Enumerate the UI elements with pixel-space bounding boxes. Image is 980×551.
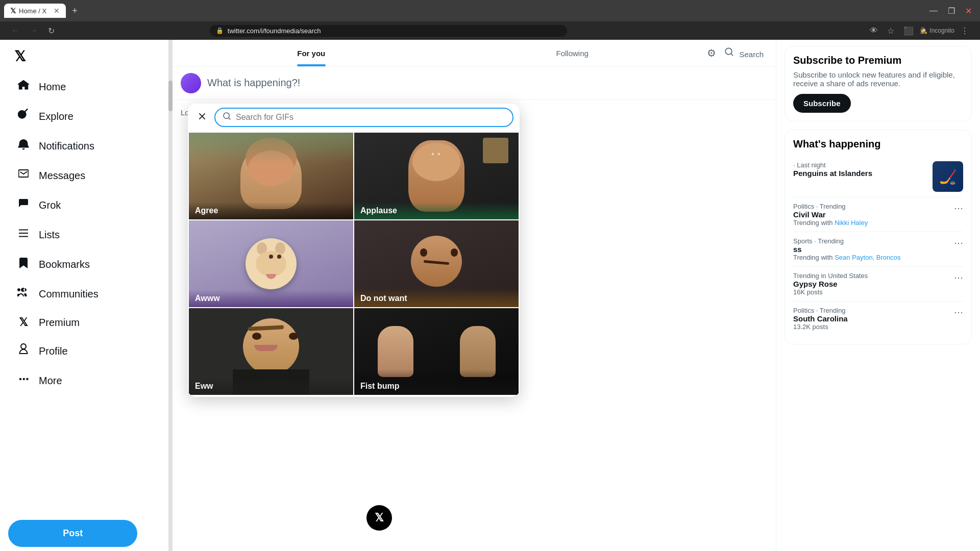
gif-label-agree: Agree: [189, 202, 353, 219]
browser-chrome: 𝕏 Home / X ✕ + — ❐ ✕: [0, 0, 980, 21]
tab-close-button[interactable]: ✕: [54, 7, 60, 15]
gif-item-applause[interactable]: ▲▲ Applause: [354, 133, 519, 219]
sidebar-item-messages[interactable]: Messages: [8, 162, 160, 189]
gif-item-agree[interactable]: Agree: [189, 133, 353, 219]
trend-content-civil-war: Politics · Trending Civil War Trending w…: [793, 203, 954, 227]
address-text: twitter.com/i/foundmedia/search: [228, 27, 561, 35]
sidebar-item-more[interactable]: More: [8, 367, 160, 394]
bookmarks-icon: [16, 257, 31, 272]
gif-item-awww[interactable]: Awww: [189, 220, 353, 307]
sidebar-item-notifications[interactable]: Notifications: [8, 132, 160, 160]
refresh-button[interactable]: ↻: [45, 25, 58, 37]
sidebar-item-label-grok: Grok: [39, 199, 61, 211]
premium-desc: Subscribe to unlock new features and if …: [793, 70, 963, 88]
trend-name-gypsy: Gypsy Rose: [793, 280, 954, 288]
app-area: 𝕏 Home Explore Notifications Messages: [0, 40, 980, 551]
menu-icon[interactable]: ⋮: [958, 25, 972, 37]
sidebar-item-label-messages: Messages: [39, 170, 85, 182]
window-controls: — ❐ ✕: [925, 4, 976, 18]
premium-box: Subscribe to Premium Subscribe to unlock…: [785, 46, 972, 121]
gif-search-icon: [223, 112, 232, 123]
trend-more-broncos[interactable]: ⋯: [954, 237, 963, 248]
lists-icon: [16, 227, 31, 242]
sidebar-item-grok[interactable]: Grok: [8, 191, 160, 219]
sidebar-logo[interactable]: 𝕏: [8, 44, 160, 69]
gif-empty-2: [354, 396, 519, 397]
maximize-button[interactable]: ❐: [944, 4, 959, 18]
premium-icon: 𝕏: [16, 316, 31, 329]
gif-label-fist-bump: Fist bump: [354, 378, 519, 395]
sidebar-item-label-notifications: Notifications: [39, 140, 94, 152]
sidebar-item-label-explore: Explore: [39, 111, 74, 122]
trend-item-broncos[interactable]: Sports · Trending ss Trending with Sean …: [793, 232, 963, 267]
browser-tab[interactable]: 𝕏 Home / X ✕: [4, 4, 66, 18]
lock-icon: 🔒: [216, 27, 224, 34]
trend-item-south-carolina[interactable]: Politics · Trending South Carolina 13.2K…: [793, 302, 963, 336]
sidebar-item-label-premium: Premium: [39, 317, 80, 329]
post-button[interactable]: Post: [8, 520, 137, 547]
gif-picker: Agree ▲▲ App: [188, 104, 520, 397]
modal-overlay: Agree ▲▲ App: [173, 40, 776, 551]
trend-image-penguins: 🏒: [933, 161, 963, 192]
premium-title: Subscribe to Premium: [793, 55, 963, 66]
eye-off-icon[interactable]: 👁: [867, 25, 881, 36]
minimize-button[interactable]: —: [925, 4, 942, 18]
sidebar-item-label-more: More: [39, 375, 62, 387]
sidebar-item-explore[interactable]: Explore: [8, 103, 160, 130]
address-input-wrap[interactable]: 🔒 twitter.com/i/foundmedia/search: [210, 25, 567, 37]
communities-icon: [16, 286, 31, 302]
grok-icon: [16, 197, 31, 213]
trend-sport-icon: 🏒: [939, 168, 957, 185]
gif-search-bar: [188, 104, 520, 132]
trend-meta-civil-war: Politics · Trending: [793, 203, 954, 210]
trend-content-broncos: Sports · Trending ss Trending with Sean …: [793, 237, 954, 261]
trend-posts-gypsy: 16K posts: [793, 288, 954, 296]
broncos-link[interactable]: Sean Payton, Broncos: [835, 254, 900, 261]
close-button[interactable]: ✕: [961, 4, 976, 18]
explore-icon: [16, 109, 31, 124]
trend-name-broncos: ss: [793, 245, 954, 254]
gif-item-fist-bump[interactable]: Fist bump: [354, 308, 519, 395]
trend-item-gypsy-rose[interactable]: Trending in United States Gypsy Rose 16K…: [793, 267, 963, 302]
subscribe-button[interactable]: Subscribe: [793, 94, 851, 113]
trend-meta-sc: Politics · Trending: [793, 307, 954, 314]
sidebar-item-communities[interactable]: Communities: [8, 280, 160, 308]
sidebar: 𝕏 Home Explore Notifications Messages: [0, 40, 168, 551]
gif-item-eww[interactable]: Eww: [189, 308, 353, 395]
gif-search-input[interactable]: [236, 113, 505, 122]
happening-title: What's happening: [793, 138, 963, 150]
trend-meta-penguins: · Last night: [793, 161, 872, 169]
bookmark-star-icon[interactable]: ☆: [884, 25, 897, 37]
trend-suffix-civil-war: Trending with Nikki Haley: [793, 219, 954, 227]
x-logo: 𝕏: [14, 48, 26, 64]
forward-button[interactable]: →: [27, 25, 41, 36]
gif-label-applause: Applause: [354, 202, 519, 219]
trend-content-gypsy: Trending in United States Gypsy Rose 16K…: [793, 272, 954, 296]
trend-more-civil-war[interactable]: ⋯: [954, 203, 963, 214]
sidebar-item-lists[interactable]: Lists: [8, 221, 160, 248]
sidebar-item-premium[interactable]: 𝕏 Premium: [8, 310, 160, 335]
incognito-button[interactable]: 🕵 Incognito: [920, 27, 954, 34]
gif-close-button[interactable]: [194, 108, 210, 127]
back-button[interactable]: ←: [8, 25, 22, 36]
trend-more-sc[interactable]: ⋯: [954, 307, 963, 318]
nikki-haley-link[interactable]: Nikki Haley: [835, 219, 868, 227]
scrollbar-thumb[interactable]: [168, 81, 173, 111]
gif-search-input-wrap[interactable]: [214, 108, 513, 127]
trend-content-sc: Politics · Trending South Carolina 13.2K…: [793, 307, 954, 331]
sidebar-item-label-profile: Profile: [39, 345, 68, 357]
new-tab-button[interactable]: +: [68, 4, 82, 18]
trend-item-civil-war[interactable]: Politics · Trending Civil War Trending w…: [793, 197, 963, 232]
gif-grid: Agree ▲▲ App: [188, 132, 520, 397]
side-panel-icon[interactable]: ⬛: [900, 25, 917, 37]
trend-item-penguins[interactable]: · Last night Penguins at Islanders 🏒: [793, 156, 963, 197]
trend-more-gypsy[interactable]: ⋯: [954, 272, 963, 283]
scrollbar-track[interactable]: [168, 40, 173, 551]
sidebar-item-home[interactable]: Home: [8, 73, 160, 101]
happening-box: What's happening · Last night Penguins a…: [785, 130, 972, 344]
gif-item-do-not-want[interactable]: Do not want: [354, 220, 519, 307]
sidebar-item-bookmarks[interactable]: Bookmarks: [8, 251, 160, 278]
gif-label-eww: Eww: [189, 378, 353, 395]
sidebar-item-profile[interactable]: Profile: [8, 337, 160, 365]
trend-suffix-broncos: Trending with Sean Payton, Broncos: [793, 254, 954, 261]
